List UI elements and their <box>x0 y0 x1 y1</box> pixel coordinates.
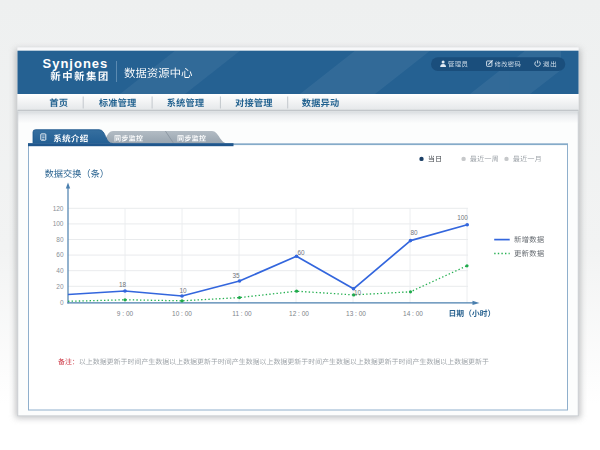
svg-text:100: 100 <box>53 220 64 227</box>
svg-text:10: 10 <box>354 289 362 296</box>
svg-text:80: 80 <box>56 236 64 243</box>
svg-text:10 : 00: 10 : 00 <box>172 310 192 317</box>
svg-text:80: 80 <box>410 229 418 236</box>
svg-text:18: 18 <box>119 281 127 288</box>
svg-text:35: 35 <box>232 272 240 279</box>
svg-text:20: 20 <box>56 283 64 290</box>
svg-text:13 : 00: 13 : 00 <box>346 310 366 317</box>
svg-text:12 : 00: 12 : 00 <box>289 310 309 317</box>
svg-text:9 : 00: 9 : 00 <box>117 310 134 317</box>
svg-text:60: 60 <box>56 251 64 258</box>
svg-text:120: 120 <box>53 205 64 212</box>
svg-text:100: 100 <box>457 214 468 221</box>
svg-text:40: 40 <box>56 267 64 274</box>
svg-text:10: 10 <box>179 287 187 294</box>
svg-text:60: 60 <box>297 249 305 256</box>
svg-text:11 : 00: 11 : 00 <box>232 310 252 317</box>
svg-text:0: 0 <box>60 299 64 306</box>
svg-text:Synjones: Synjones <box>43 56 109 71</box>
svg-text:14 : 00: 14 : 00 <box>403 310 423 317</box>
